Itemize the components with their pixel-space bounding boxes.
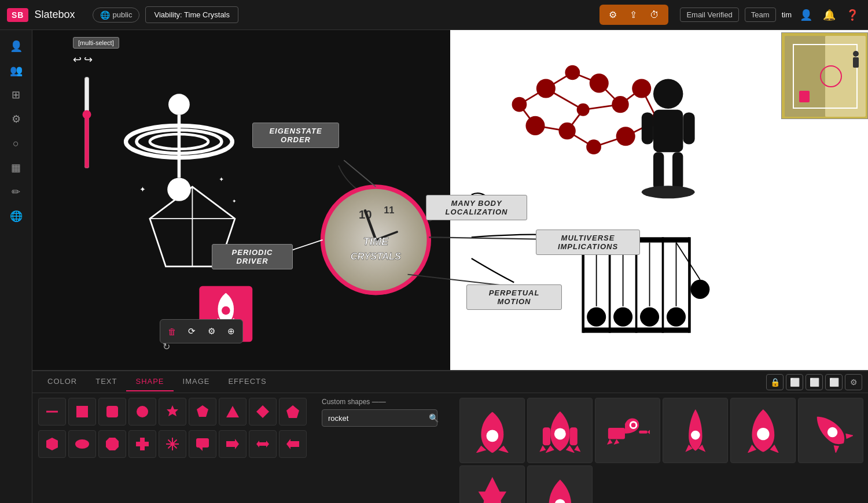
shape-cross[interactable] [128, 430, 156, 458]
settings-element-button[interactable]: ⚙ [202, 322, 220, 341]
shape-pentagon[interactable] [189, 398, 216, 426]
shape-result-6[interactable] [798, 398, 863, 463]
svg-rect-110 [608, 428, 625, 439]
shape-result-1[interactable] [459, 398, 525, 463]
sidebar-item-globe[interactable]: 🌐 [6, 206, 27, 227]
lock-icon-button[interactable]: 🔒 [766, 374, 784, 390]
svg-rect-101 [196, 438, 209, 447]
align-icon-button[interactable]: ⬜ [806, 374, 823, 390]
svg-point-89 [137, 406, 148, 417]
sidebar-item-users[interactable]: 👥 [6, 60, 27, 81]
shape-callout[interactable] [189, 430, 216, 458]
shape-arrow-left[interactable] [279, 430, 307, 458]
svg-marker-102 [199, 447, 203, 451]
header: SB Slatebox 🌐 public Viability: Time Cry… [0, 0, 868, 30]
shape-arrow-right[interactable] [219, 430, 247, 458]
shape-result-3[interactable] [595, 398, 660, 463]
shape-row-2 [38, 430, 310, 458]
help-icon[interactable]: ❓ [846, 9, 859, 21]
notification-icon[interactable]: 🔔 [823, 9, 836, 21]
shape-circle[interactable] [128, 398, 156, 426]
shape-snowflake[interactable] [159, 430, 186, 458]
tab-effects[interactable]: EFFECTS [219, 372, 275, 391]
rotate-element-button[interactable]: ⟳ [182, 322, 201, 341]
element-toolbar: 🗑 ⟳ ⚙ ⊕ [160, 319, 243, 343]
multiverse-node[interactable]: MULTIVERSEIMPLICATIONS [536, 230, 640, 255]
sidebar-item-settings[interactable]: ⚙ [6, 109, 27, 130]
shape-pentagon2[interactable] [279, 398, 307, 426]
zoom-slider-container [84, 76, 89, 171]
minimap[interactable] [781, 32, 868, 119]
svg-marker-94 [286, 405, 299, 418]
eigenstate-node[interactable]: EIGENSTATEORDER [252, 123, 339, 148]
right-actions: Email Verified Team tim 👤 🔔 ❓ [680, 8, 861, 22]
account-icon[interactable]: 👤 [800, 9, 812, 21]
shape-square[interactable] [68, 398, 96, 426]
add-element-button[interactable]: ⊕ [222, 322, 240, 341]
sidebar-item-profile[interactable]: ○ [6, 133, 27, 154]
shape-arrow-both[interactable] [249, 430, 277, 458]
shape-row-1 [38, 398, 310, 426]
svg-marker-95 [46, 438, 58, 450]
bottom-panel: COLOR TEXT SHAPE IMAGE EFFECTS 🔒 ⬜ ⬜ ⬜ ⚙ [32, 370, 868, 503]
shape-result-7[interactable] [459, 465, 525, 503]
toolbar-actions: ⚙ ⇪ ⏱ [599, 5, 668, 25]
crop-icon-button[interactable]: ⬜ [786, 374, 803, 390]
visibility-label: public [113, 10, 133, 19]
tab-color[interactable]: COLOR [38, 372, 86, 391]
team-badge: Team [745, 8, 776, 22]
shape-result-8[interactable] [527, 465, 593, 503]
multi-select-badge: [multi-select] [73, 37, 119, 49]
perpetual-node[interactable]: PERPETUALMOTION [466, 284, 562, 310]
svg-marker-104 [256, 441, 269, 447]
copy-icon-button[interactable]: ⬜ [825, 374, 843, 390]
zoom-slider[interactable] [84, 76, 89, 169]
rotate-handle[interactable]: ↻ [163, 341, 170, 352]
search-icon[interactable]: 🔍 [429, 413, 439, 423]
shape-search-input[interactable] [328, 414, 425, 423]
shape-triangle[interactable] [219, 398, 247, 426]
search-box: 🔍 [322, 409, 437, 427]
sidebar-item-grid[interactable]: ⊞ [6, 84, 27, 105]
sidebar-item-dashboard[interactable]: ▦ [6, 157, 27, 178]
shape-result-2[interactable] [527, 398, 593, 463]
toolbar-settings-button[interactable]: ⚙ [604, 7, 621, 23]
undo-button[interactable]: ↩ [73, 53, 82, 66]
toolbar-share-button[interactable]: ⇪ [625, 7, 642, 23]
delete-element-button[interactable]: 🗑 [163, 322, 181, 341]
sidebar-item-edit[interactable]: ✏ [6, 182, 27, 202]
shape-octagon[interactable] [98, 430, 126, 458]
canvas-area[interactable]: [multi-select] ↩ ↪ 🗑 ⟳ ⚙ ⊕ ↻ [32, 30, 868, 370]
toolbar-history-button[interactable]: ⏱ [645, 8, 664, 23]
svg-rect-107 [543, 427, 550, 445]
svg-rect-87 [76, 406, 88, 417]
shape-ellipse[interactable] [68, 430, 96, 458]
doc-title-button[interactable]: Viability: Time Crystals [145, 6, 238, 23]
shape-result-4[interactable] [663, 398, 728, 463]
svg-rect-99 [136, 442, 149, 446]
tab-text[interactable]: TEXT [86, 372, 126, 391]
manybody-node[interactable]: MANY BODYLOCALIZATION [426, 195, 527, 220]
svg-point-115 [691, 431, 700, 440]
tab-shape[interactable]: SHAPE [126, 372, 173, 391]
shape-panel-content: Custom shapes —— 🔍 [32, 393, 868, 503]
shape-rounded-square[interactable] [98, 398, 126, 426]
visibility-button[interactable]: 🌐 public [93, 8, 140, 23]
bottom-tab-icons: 🔒 ⬜ ⬜ ⬜ ⚙ [766, 374, 862, 390]
svg-marker-90 [167, 405, 178, 416]
sidebar-item-team[interactable]: 👤 [6, 36, 27, 57]
svg-marker-118 [478, 477, 506, 503]
more-icon-button[interactable]: ⚙ [845, 374, 862, 390]
minimap-svg [782, 33, 868, 119]
shape-line[interactable] [38, 398, 66, 426]
shape-star[interactable] [159, 398, 186, 426]
shape-result-5[interactable] [730, 398, 796, 463]
periodic-driver-node[interactable]: PERIODICDRIVER [212, 244, 293, 269]
shape-diamond[interactable] [249, 398, 277, 426]
svg-marker-103 [226, 439, 239, 449]
svg-rect-85 [853, 57, 859, 68]
redo-button[interactable]: ↪ [84, 53, 93, 66]
tab-image[interactable]: IMAGE [174, 372, 219, 391]
shape-hexagon[interactable] [38, 430, 66, 458]
svg-marker-105 [286, 439, 299, 449]
